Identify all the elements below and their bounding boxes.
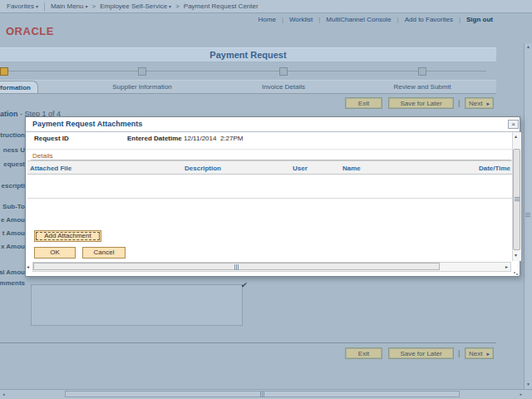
save-for-later-button[interactable]: Save for Later: [388, 97, 454, 109]
breadcrumb-favorites[interactable]: Favorites ▾: [7, 2, 38, 10]
bg-label-comments: omments: [0, 279, 25, 287]
scroll-right-icon[interactable]: ▸: [520, 392, 522, 397]
step-heading-title: ation: [0, 110, 18, 118]
bg-label-instructions: struction: [0, 131, 25, 139]
column-attached-file: Attached File: [30, 165, 71, 172]
scroll-down-icon[interactable]: ▾: [515, 253, 517, 258]
column-description: Description: [185, 165, 221, 172]
multichannel-console-link[interactable]: MultiChannel Console: [326, 16, 391, 23]
scroll-up-icon[interactable]: ▴: [515, 134, 517, 139]
home-link[interactable]: Home: [259, 16, 276, 23]
tab-information[interactable]: Information: [0, 81, 38, 93]
tab-supplier-information[interactable]: Supplier Information: [112, 83, 172, 91]
next-arrow-icon: ▸: [486, 348, 490, 359]
scrollbar-grip: [515, 197, 520, 198]
attachments-dialog: Payment Request Attachments × Request ID…: [25, 116, 520, 277]
link-separator: |: [459, 16, 461, 23]
link-separator: |: [397, 16, 399, 23]
resize-grip-icon[interactable]: [514, 272, 515, 273]
next-button-bottom[interactable]: Next ▸: [465, 347, 494, 359]
link-separator: |: [318, 16, 320, 23]
scrollbar-grip: [260, 392, 261, 397]
request-id-label: Request ID: [34, 135, 69, 142]
dialog-vertical-scroll-thumb[interactable]: [513, 149, 520, 250]
step-indicator-3: [279, 67, 288, 76]
breadcrumb-main-menu[interactable]: Main Menu ▾: [51, 2, 88, 10]
bg-label-business-unit: ness U: [3, 146, 25, 154]
sign-out-link[interactable]: Sign out: [466, 16, 493, 23]
close-icon[interactable]: ×: [508, 120, 519, 129]
oracle-logo: ORACLE: [6, 26, 54, 37]
bg-label-tax-amount: x Amou: [1, 243, 25, 250]
bottom-divider: [0, 342, 496, 343]
entered-datetime-label: Entered Datetime: [127, 135, 182, 142]
details-section-label: Details: [32, 152, 52, 160]
bg-label-request: equest: [3, 160, 25, 168]
ok-button[interactable]: OK: [34, 247, 76, 259]
tab-invoice-details[interactable]: Invoice Details: [262, 83, 305, 91]
dialog-title: Payment Request Attachments: [32, 120, 142, 128]
breadcrumb-separator: >: [175, 2, 180, 10]
breadcrumb-divider: [44, 2, 45, 11]
add-attachment-button[interactable]: Add Attachment: [34, 230, 101, 242]
bg-label-subtotal: Sub-To: [2, 203, 25, 210]
employee-self-service-label: Employee Self-Service: [100, 2, 167, 10]
attachments-grid-header: Attached File Description User Name Date…: [27, 160, 514, 175]
page-vertical-scrollbar[interactable]: ▲ ▼: [524, 43, 532, 389]
breadcrumb-separator: >: [92, 2, 96, 10]
button-separator: |: [458, 99, 460, 107]
chevron-down-icon: ▾: [169, 4, 171, 9]
dialog-horizontal-scroll-thumb[interactable]: [33, 263, 440, 270]
entered-datetime-value: 12/11/2014 2:27PM: [184, 135, 243, 142]
chevron-down-icon: ▾: [36, 4, 38, 9]
step-indicator-1: [0, 67, 8, 76]
page-title: Payment Request: [0, 47, 496, 62]
tab-review-and-submit[interactable]: Review and Submit: [394, 83, 451, 91]
spell-check-icon[interactable]: ✔: [240, 281, 248, 289]
bg-label-amount-2: t Amou: [2, 229, 25, 237]
next-label: Next: [469, 98, 482, 109]
step-indicator-2: [138, 67, 146, 76]
scroll-left-icon[interactable]: ◂: [2, 392, 5, 397]
scrollbar-grip: [234, 264, 235, 270]
link-separator: |: [282, 16, 283, 23]
scroll-right-icon[interactable]: ▸: [505, 264, 508, 269]
scroll-left-icon[interactable]: ◂: [27, 264, 29, 269]
save-for-later-button-bottom[interactable]: Save for Later: [388, 347, 454, 359]
grid-row-divider: [27, 198, 514, 199]
breadcrumb-employee-self-service[interactable]: Employee Self-Service ▾: [100, 2, 171, 10]
next-arrow-icon: ▸: [486, 98, 490, 109]
exit-button[interactable]: Exit: [345, 97, 382, 109]
next-button[interactable]: Next ▸: [465, 97, 494, 109]
payment-request-center-label: Payment Request Center: [184, 2, 259, 10]
chevron-down-icon: ▾: [86, 4, 88, 9]
scrollbar-grip: [525, 213, 530, 214]
scroll-up-icon[interactable]: ▲: [526, 45, 530, 49]
button-separator: |: [458, 349, 460, 357]
dialog-title-divider: [26, 131, 520, 132]
breadcrumb: Favorites ▾ Main Menu ▾ > Employee Self-…: [0, 0, 532, 13]
page-horizontal-scroll-thumb[interactable]: [65, 391, 460, 397]
column-name: Name: [342, 165, 361, 172]
main-menu-label: Main Menu: [51, 2, 84, 10]
step-progress-line: [0, 71, 486, 71]
bg-label-description: escripti: [2, 182, 25, 190]
header-links: Home | Worklist | MultiChannel Console |…: [259, 16, 493, 23]
dialog-section-divider: [26, 149, 520, 150]
breadcrumb-payment-request-center[interactable]: Payment Request Center: [184, 2, 259, 10]
comments-textarea[interactable]: [31, 284, 243, 326]
cancel-button[interactable]: Cancel: [82, 247, 126, 259]
exit-button-bottom[interactable]: Exit: [345, 347, 382, 359]
scroll-down-icon[interactable]: ▼: [526, 382, 530, 387]
column-user: User: [293, 165, 308, 172]
column-datetime: Date/Time: [479, 165, 510, 172]
worklist-link[interactable]: Worklist: [289, 16, 313, 23]
bg-label-amount-1: e Amou: [1, 216, 25, 224]
add-to-favorites-link[interactable]: Add to Favorites: [405, 16, 453, 23]
next-label: Next: [469, 348, 482, 359]
bg-label-total-amount: al Amou: [0, 268, 25, 276]
step-indicator-4: [418, 67, 426, 76]
favorites-label: Favorites: [7, 2, 34, 10]
